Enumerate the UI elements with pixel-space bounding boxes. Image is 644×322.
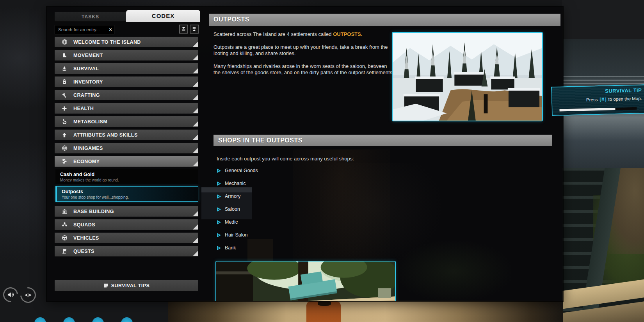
sidebar-item-label: METABOLISM xyxy=(73,119,107,125)
tab-codex[interactable]: CODEX xyxy=(126,10,200,22)
entry-subtitle: Your one stop shop for well...shopping. xyxy=(62,195,198,199)
target-icon xyxy=(59,145,70,151)
boot-icon xyxy=(59,53,70,58)
search-input[interactable] xyxy=(55,25,114,34)
outpost-winter-image xyxy=(392,32,543,121)
fold-corner-icon xyxy=(193,135,198,140)
survival-tip-text: Press [M] to open the Map. xyxy=(586,96,642,102)
expand-all-button[interactable] xyxy=(190,25,199,34)
tab-tasks[interactable]: TASKS xyxy=(55,12,126,22)
clear-search-icon[interactable]: × xyxy=(107,25,114,34)
scene-stairs xyxy=(562,168,644,322)
codex-panel: TASKS CODEX × WELCOME TO THE ISLANDMOVEM… xyxy=(47,7,563,301)
sidebar-item-movement[interactable]: MOVEMENT xyxy=(55,50,198,60)
building-icon xyxy=(59,208,70,214)
sidebar-item-quests[interactable]: QUESTS xyxy=(55,246,198,256)
triangle-bullet-icon xyxy=(217,220,221,224)
scene-silhouette xyxy=(320,163,441,261)
sidebar-item-survival[interactable]: SURVIVAL xyxy=(55,63,198,74)
collapse-all-button[interactable] xyxy=(179,25,188,34)
section-title: SHOPS IN THE OUTPOSTS xyxy=(213,135,552,146)
sidebar-item-label: INVENTORY xyxy=(73,79,103,85)
stomach-icon xyxy=(59,119,70,125)
shop-list-item: Hair Salon xyxy=(217,232,258,238)
shop-list-item: Mechanic xyxy=(217,181,258,186)
sidebar-item-base-building[interactable]: BASE BUILDING xyxy=(55,206,198,217)
fold-corner-icon xyxy=(193,251,198,256)
codex-entry-cash-and-gold[interactable]: Cash and GoldMoney makes the world go ro… xyxy=(55,169,198,184)
scene-wood-deck xyxy=(168,301,563,322)
codex-category-list: WELCOME TO THE ISLANDMOVEMENTSURVIVALINV… xyxy=(55,37,198,259)
outpost-bank-image xyxy=(215,261,396,301)
fold-corner-icon xyxy=(193,108,198,113)
collapse-all-icon xyxy=(181,27,186,32)
tip-progress-fill xyxy=(559,108,615,111)
sidebar-item-label: BASE BUILDING xyxy=(73,209,114,214)
fold-corner-icon xyxy=(193,148,198,153)
sidebar-item-crafting[interactable]: CRAFTING xyxy=(55,90,198,100)
fold-corner-icon xyxy=(193,161,198,166)
sidebar-item-squads[interactable]: SQUADS xyxy=(55,219,198,230)
sidebar-item-label: SQUADS xyxy=(73,222,95,228)
shop-name: Saloon xyxy=(225,206,240,212)
sidebar-item-attributes-and-skills[interactable]: ATTRIBUTES AND SKILLS xyxy=(55,130,198,140)
triangle-bullet-icon xyxy=(217,246,221,250)
entry-subtitle: Money makes the world go round. xyxy=(60,178,198,182)
fold-corner-icon xyxy=(193,55,198,60)
sidebar-item-label: VEHICLES xyxy=(73,235,99,241)
shop-list: General GoodsMechanicArmorySaloonMedicHa… xyxy=(217,168,258,258)
sidebar-item-label: MINIGAMES xyxy=(73,146,103,151)
fold-corner-icon xyxy=(193,68,198,73)
sidebar-item-minigames[interactable]: MINIGAMES xyxy=(55,143,198,153)
sidebar-item-vehicles[interactable]: VEHICLES xyxy=(55,233,198,243)
survival-tip-title: SURVIVAL TIP xyxy=(605,87,642,94)
fold-corner-icon xyxy=(193,42,198,47)
fold-corner-icon xyxy=(193,224,198,229)
paragraph: Outposts are a great place to meet up wi… xyxy=(213,44,394,57)
arrow-up-icon xyxy=(59,132,70,138)
entry-title: Outposts xyxy=(62,189,198,194)
map-key-hint: [M] xyxy=(599,97,607,103)
shop-list-item: Bank xyxy=(217,245,258,251)
shop-list-item: General Goods xyxy=(217,168,258,173)
note-icon xyxy=(103,283,109,288)
tip-progress-bar xyxy=(559,107,637,112)
survival-tips-label: SURVIVAL TIPS xyxy=(111,283,149,288)
triangle-bullet-icon xyxy=(217,181,221,186)
shop-list-item: Saloon xyxy=(217,206,258,212)
fold-corner-icon xyxy=(193,211,198,216)
fold-corner-icon xyxy=(193,95,198,100)
scene-player-head xyxy=(318,301,331,306)
fold-corner-icon xyxy=(193,121,198,126)
globe-icon xyxy=(59,39,70,45)
coins-icon xyxy=(59,158,70,164)
sidebar-item-label: WELCOME TO THE ISLAND xyxy=(73,39,141,45)
scene-silhouette xyxy=(397,241,511,301)
sidebar-item-metabolism[interactable]: METABOLISM xyxy=(55,116,198,127)
triangle-bullet-icon xyxy=(217,207,221,212)
article-body: Scattered across The Island are 4 settle… xyxy=(213,31,394,82)
quest-icon xyxy=(59,248,70,254)
paragraph: Many friendships and rivalries arose in … xyxy=(213,63,394,76)
sidebar-item-inventory[interactable]: INVENTORY xyxy=(55,76,198,87)
sidebar-item-economy[interactable]: ECONOMY xyxy=(55,156,198,167)
steering-wheel-icon xyxy=(59,235,70,241)
shop-list-item: Armory xyxy=(217,194,258,199)
survival-tips-button[interactable]: SURVIVAL TIPS xyxy=(55,280,198,291)
paragraph: Scattered across The Island are 4 settle… xyxy=(213,31,394,38)
sidebar-item-label: MOVEMENT xyxy=(73,53,103,58)
shop-name: General Goods xyxy=(225,168,258,173)
sidebar-item-health[interactable]: HEALTH xyxy=(55,103,198,114)
sidebar-item-label: ATTRIBUTES AND SKILLS xyxy=(73,132,138,138)
shop-name: Hair Salon xyxy=(225,232,247,238)
sidebar-item-welcome-to-the-island[interactable]: WELCOME TO THE ISLAND xyxy=(55,37,198,47)
expand-all-icon xyxy=(192,27,197,32)
hammer-icon xyxy=(59,93,70,98)
codex-entry-outposts[interactable]: OutpostsYour one stop shop for well...sh… xyxy=(55,186,198,202)
shop-name: Medic xyxy=(225,219,238,225)
shop-name: Bank xyxy=(225,245,236,251)
sidebar-item-label: HEALTH xyxy=(73,106,94,111)
eye-icon xyxy=(24,291,32,299)
squad-icon xyxy=(59,222,70,228)
campfire-icon xyxy=(59,66,70,71)
